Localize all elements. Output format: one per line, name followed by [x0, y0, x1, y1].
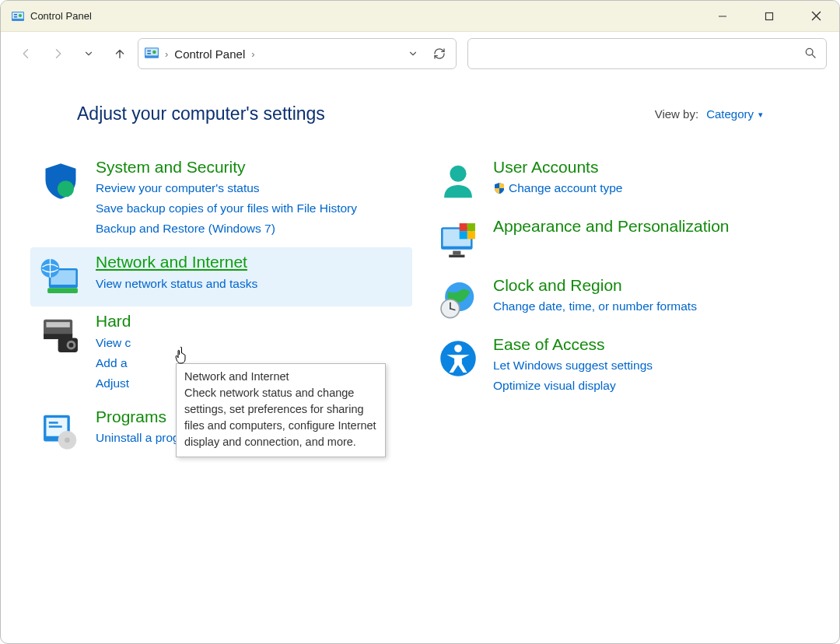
address-bar[interactable]: › Control Panel › — [138, 38, 457, 69]
view-by-label: View by: — [655, 107, 698, 121]
search-input[interactable] — [478, 47, 804, 61]
category-title[interactable]: User Accounts — [493, 157, 623, 177]
category-system-and-security[interactable]: System and Security Review your computer… — [30, 152, 412, 247]
svg-point-26 — [69, 343, 74, 348]
accessibility-icon — [437, 338, 479, 380]
back-button[interactable] — [13, 40, 40, 67]
maximize-button[interactable] — [746, 1, 793, 31]
svg-rect-40 — [460, 231, 467, 239]
shield-icon — [40, 160, 82, 202]
close-button[interactable] — [793, 1, 839, 31]
category-title[interactable]: System and Security — [96, 157, 357, 177]
svg-rect-6 — [766, 12, 773, 19]
user-icon — [437, 160, 479, 202]
nav-row: › Control Panel › — [1, 32, 839, 75]
view-by-dropdown[interactable]: Category ▾ — [706, 107, 763, 121]
address-dropdown-button[interactable] — [403, 48, 423, 59]
tooltip-body: Check network status and change settings… — [184, 385, 377, 450]
svg-line-15 — [812, 54, 815, 58]
svg-point-16 — [58, 180, 74, 197]
svg-point-4 — [19, 14, 22, 17]
category-sublink[interactable]: Change account type — [493, 179, 623, 198]
globe-monitor-icon — [40, 255, 82, 297]
breadcrumb-control-panel[interactable]: Control Panel — [174, 47, 245, 61]
category-network-and-internet[interactable]: Network and Internet View network status… — [30, 247, 412, 306]
svg-rect-2 — [14, 14, 17, 16]
svg-point-47 — [454, 345, 462, 352]
category-clock-and-region[interactable]: Clock and Region Change date, time, or n… — [428, 271, 810, 330]
category-sublink[interactable]: Review your computer's status — [96, 179, 357, 198]
up-button[interactable] — [107, 40, 133, 67]
recent-locations-button[interactable] — [75, 40, 102, 67]
svg-rect-36 — [453, 251, 460, 255]
search-icon[interactable] — [804, 47, 817, 61]
view-by: View by: Category ▾ — [655, 107, 763, 121]
svg-rect-11 — [147, 50, 151, 51]
category-title[interactable]: Hard — [96, 311, 131, 331]
svg-rect-22 — [46, 322, 69, 327]
content-area: Adjust your computer's settings View by:… — [1, 75, 839, 477]
window-title: Control Panel — [30, 10, 92, 22]
svg-rect-38 — [460, 223, 467, 231]
svg-rect-12 — [147, 53, 151, 54]
control-panel-app-icon — [12, 10, 24, 23]
content-header: Adjust your computer's settings View by:… — [30, 103, 810, 124]
category-title[interactable]: Clock and Region — [493, 275, 697, 296]
category-title[interactable]: Network and Internet — [96, 252, 257, 272]
control-panel-icon — [145, 46, 159, 62]
globe-clock-icon — [437, 278, 479, 320]
svg-point-33 — [450, 166, 466, 182]
window-controls — [699, 1, 839, 31]
category-sublink[interactable]: Backup and Restore (Windows 7) — [96, 219, 357, 238]
svg-rect-30 — [49, 425, 62, 428]
svg-point-13 — [152, 50, 156, 54]
category-column-right: User Accounts Change account type — [428, 152, 810, 461]
minimize-button[interactable] — [699, 1, 746, 31]
programs-icon — [40, 410, 82, 452]
svg-point-32 — [65, 437, 70, 443]
category-sublink[interactable]: Adjust — [96, 374, 131, 393]
tooltip-title: Network and Internet — [184, 369, 377, 385]
svg-rect-29 — [49, 422, 58, 424]
category-ease-of-access[interactable]: Ease of Access Let Windows suggest setti… — [428, 330, 810, 404]
monitor-tiles-icon — [437, 219, 479, 261]
forward-button[interactable] — [44, 40, 71, 67]
category-sublink[interactable]: Let Windows suggest settings — [493, 356, 653, 375]
category-sublink[interactable]: View network status and tasks — [96, 275, 257, 293]
svg-rect-37 — [449, 255, 464, 257]
tooltip: Network and Internet Check network statu… — [176, 363, 386, 457]
breadcrumb-separator-icon[interactable]: › — [251, 48, 254, 60]
category-sublink[interactable]: Change date, time, or number formats — [493, 297, 697, 316]
page-heading: Adjust your computer's settings — [77, 103, 325, 124]
category-appearance-and-personalization[interactable]: Appearance and Personalization — [428, 212, 810, 271]
category-user-accounts[interactable]: User Accounts Change account type — [428, 152, 810, 212]
category-title[interactable]: Ease of Access — [493, 334, 653, 355]
category-grid: System and Security Review your computer… — [30, 152, 810, 461]
svg-rect-39 — [467, 223, 475, 231]
title-bar: Control Panel — [1, 1, 839, 32]
search-bar[interactable] — [467, 38, 827, 69]
category-sublink[interactable]: Optimize visual display — [493, 376, 653, 395]
breadcrumb-separator-icon[interactable]: › — [165, 48, 168, 60]
category-sublink[interactable]: Add a — [96, 354, 131, 373]
svg-rect-41 — [467, 231, 475, 239]
printer-camera-icon — [40, 314, 82, 356]
caret-down-icon: ▾ — [758, 110, 763, 120]
category-sublink[interactable]: Save backup copies of your files with Fi… — [96, 199, 357, 218]
category-sublink[interactable]: View c — [96, 334, 131, 352]
refresh-button[interactable] — [429, 47, 450, 60]
svg-rect-3 — [14, 16, 17, 18]
uac-shield-icon — [493, 181, 506, 194]
category-title[interactable]: Appearance and Personalization — [493, 216, 730, 236]
view-by-value: Category — [706, 107, 754, 121]
svg-rect-19 — [47, 288, 78, 293]
